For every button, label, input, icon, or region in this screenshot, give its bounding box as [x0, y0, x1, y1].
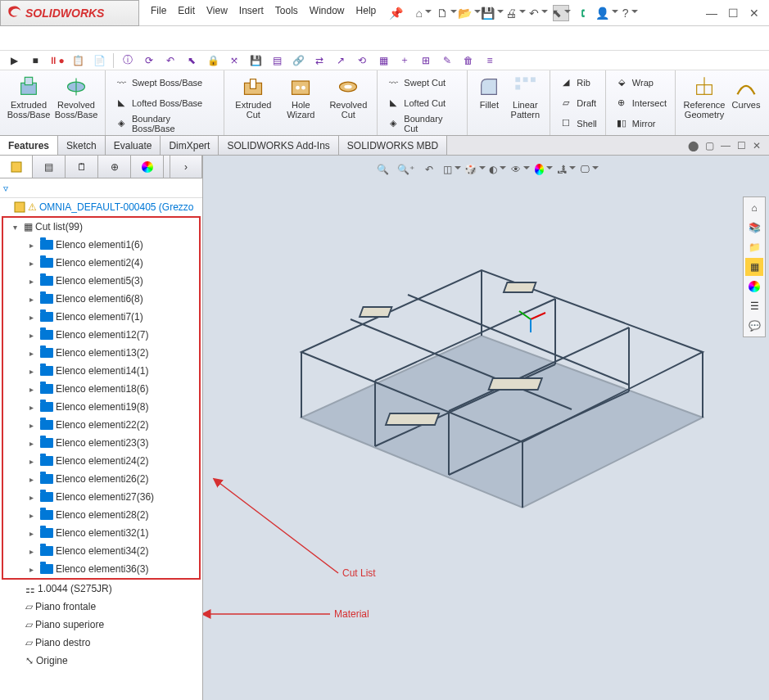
cut-list-item[interactable]: ▸Elenco elementi18(6)	[3, 380, 199, 398]
m9-icon[interactable]: 🔗	[291, 53, 305, 68]
m7-icon[interactable]: 💾	[248, 53, 263, 68]
filter-icon[interactable]: ▿	[3, 183, 8, 194]
wrap-button[interactable]: ⬙Wrap	[611, 73, 670, 93]
swept-boss-button[interactable]: 〰Swept Boss/Base	[111, 73, 219, 93]
new-icon[interactable]: 🗋	[438, 5, 455, 21]
tp-home-icon[interactable]: ⌂	[745, 199, 763, 217]
swept-cut-button[interactable]: 〰Swept Cut	[382, 73, 462, 93]
plane-front[interactable]: ▸ ▱ Piano frontale	[0, 598, 202, 616]
help-icon[interactable]: ?	[622, 5, 638, 21]
menu-file[interactable]: File	[151, 5, 166, 21]
m11-icon[interactable]: ↗	[333, 53, 348, 68]
doc-max-icon[interactable]: ☐	[737, 140, 746, 151]
cut-list-item[interactable]: ▸Elenco elementi32(1)	[3, 524, 199, 542]
cut-list-item[interactable]: ▸Elenco elementi6(8)	[3, 290, 199, 308]
side-expand-icon[interactable]: ›	[170, 156, 202, 178]
macro-edit-icon[interactable]: 📋	[70, 53, 85, 68]
tab-evaluate[interactable]: Evaluate	[106, 136, 161, 155]
tab-features[interactable]: Features	[0, 136, 58, 155]
side-tab-appearance[interactable]	[131, 156, 164, 178]
ref-geometry-button[interactable]: Reference Geometry	[681, 72, 728, 120]
mirror-button[interactable]: ▮▯Mirror	[611, 114, 670, 133]
m14-icon[interactable]: ＋	[397, 53, 412, 68]
plane-top[interactable]: ▸ ▱ Piano superiore	[0, 616, 202, 634]
revolved-boss-button[interactable]: Revolved Boss/Base	[52, 72, 100, 120]
side-tab-dim[interactable]: ⊕	[98, 156, 131, 178]
cut-list-item[interactable]: ▸Elenco elementi2(4)	[3, 254, 199, 272]
tp-library-icon[interactable]: 📚	[745, 219, 763, 237]
side-tab-feature[interactable]	[0, 156, 33, 178]
stop-icon[interactable]: ■	[28, 53, 43, 68]
tp-explorer-icon[interactable]: 📁	[745, 238, 763, 256]
extruded-boss-button[interactable]: Extruded Boss/Base	[5, 72, 52, 120]
hide-show-icon[interactable]: 👁	[512, 160, 530, 178]
tab-mbd[interactable]: SOLIDWORKS MBD	[339, 136, 447, 155]
orientation-icon[interactable]: 🎲	[466, 160, 484, 178]
side-tab-config[interactable]: 🗒	[66, 156, 98, 178]
cut-list-item[interactable]: ▸Elenco elementi14(1)	[3, 362, 199, 380]
doc-next-icon[interactable]: ▢	[705, 140, 714, 151]
menu-window[interactable]: Window	[310, 5, 345, 21]
tab-sketch[interactable]: Sketch	[58, 136, 106, 155]
cut-list-item[interactable]: ▸Elenco elementi12(7)	[3, 326, 199, 344]
zoom-area-icon[interactable]: 🔍⁺	[397, 160, 415, 178]
menu-insert[interactable]: Insert	[239, 5, 264, 21]
save-icon[interactable]: 💾	[484, 5, 500, 21]
m12-icon[interactable]: ⟲	[355, 53, 369, 68]
close-icon[interactable]: ✕	[746, 5, 762, 21]
tp-appearance-icon[interactable]	[745, 278, 763, 296]
intersect-button[interactable]: ⊕Intersect	[611, 93, 670, 113]
lofted-cut-button[interactable]: ◣Lofted Cut	[382, 93, 462, 113]
side-tab-property[interactable]: ▤	[33, 156, 66, 178]
menu-edit[interactable]: Edit	[178, 5, 195, 21]
play-icon[interactable]: ▶	[7, 53, 21, 68]
m17-icon[interactable]: 🗑	[461, 53, 476, 68]
scene-icon[interactable]: 🏞	[558, 160, 576, 178]
m3-icon[interactable]: ↶	[163, 53, 178, 68]
appearance-icon[interactable]	[535, 160, 553, 178]
m8-icon[interactable]: ▤	[269, 53, 284, 68]
cut-list-item[interactable]: ▸Elenco elementi27(36)	[3, 488, 199, 506]
cut-list-node[interactable]: ▾ ▦ Cut list(99)	[3, 218, 199, 236]
doc-close-icon[interactable]: ✕	[753, 140, 761, 151]
m10-icon[interactable]: ⇄	[312, 53, 327, 68]
curves-button[interactable]: Curves	[728, 72, 764, 120]
macro-new-icon[interactable]: 📄	[92, 53, 106, 68]
prev-view-icon[interactable]: ↶	[420, 160, 438, 178]
display-style-icon[interactable]: ◐	[489, 160, 507, 178]
cut-list-item[interactable]: ▸Elenco elementi24(2)	[3, 452, 199, 470]
cut-list-item[interactable]: ▸Elenco elementi13(2)	[3, 344, 199, 362]
m1-icon[interactable]: ⓘ	[120, 53, 135, 68]
cut-list-item[interactable]: ▸Elenco elementi28(2)	[3, 506, 199, 524]
m18-icon[interactable]: ≡	[482, 53, 497, 68]
m6-icon[interactable]: ⤧	[227, 53, 242, 68]
tree-root[interactable]: ⚠ OMNIA_DEFAULT-000405 (Grezzo	[0, 198, 202, 216]
boundary-cut-button[interactable]: ◈Boundary Cut	[382, 114, 462, 133]
section-icon[interactable]: ◫	[443, 160, 461, 178]
cut-list-item[interactable]: ▸Elenco elementi36(3)	[3, 560, 199, 578]
plane-right[interactable]: ▸ ▱ Piano destro	[0, 634, 202, 652]
cut-list-item[interactable]: ▸Elenco elementi26(2)	[3, 470, 199, 488]
m15-icon[interactable]: ⊞	[418, 53, 433, 68]
select-icon[interactable]: ⬉	[553, 5, 569, 21]
record-icon[interactable]: ⏸●	[49, 53, 64, 68]
fillet-button[interactable]: Fillet	[473, 72, 505, 120]
material-node[interactable]: ▸ ⚏ 1.0044 (S275JR)	[0, 580, 202, 598]
tab-addins[interactable]: SOLIDWORKS Add-Ins	[219, 136, 338, 155]
user-icon[interactable]: 👤	[599, 5, 615, 21]
draft-button[interactable]: ▱Draft	[555, 93, 599, 113]
m2-icon[interactable]: ⟳	[142, 53, 156, 68]
boundary-boss-button[interactable]: ◈Boundary Boss/Base	[111, 114, 219, 133]
revolved-cut-button[interactable]: Revolved Cut	[324, 72, 372, 120]
tp-custom-icon[interactable]: ☰	[745, 297, 763, 315]
menu-view[interactable]: View	[206, 5, 228, 21]
origin-node[interactable]: ▸ ⤡ Origine	[0, 652, 202, 670]
rib-button[interactable]: ◢Rib	[555, 73, 599, 93]
print-icon[interactable]: 🖨	[507, 5, 523, 21]
menu-help[interactable]: Help	[356, 5, 377, 21]
zoom-fit-icon[interactable]: 🔍	[374, 160, 392, 178]
cut-list-item[interactable]: ▸Elenco elementi23(3)	[3, 434, 199, 452]
cut-list-item[interactable]: ▸Elenco elementi1(6)	[3, 236, 199, 254]
menu-tools[interactable]: Tools	[275, 5, 298, 21]
extruded-cut-button[interactable]: Extruded Cut	[229, 72, 277, 120]
